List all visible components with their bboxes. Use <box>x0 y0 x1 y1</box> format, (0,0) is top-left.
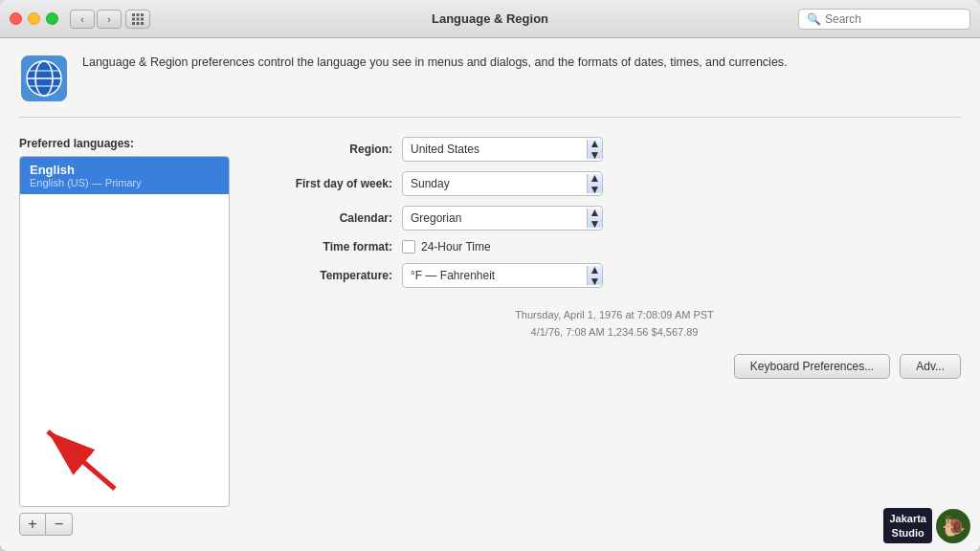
calendar-select[interactable]: Gregorian ▲ ▼ <box>402 206 603 231</box>
svg-rect-3 <box>132 17 135 20</box>
forward-button[interactable]: › <box>97 10 122 29</box>
region-value: United States <box>411 143 583 156</box>
svg-rect-6 <box>132 22 135 25</box>
svg-rect-4 <box>137 17 140 20</box>
bottom-buttons: Keyboard Preferences... Adv... <box>268 354 961 379</box>
temperature-select[interactable]: °F — Fahrenheit ▲ ▼ <box>402 263 603 288</box>
first-day-value: Sunday <box>411 177 583 190</box>
titlebar: ‹ › Language & Region 🔍 <box>0 0 980 38</box>
search-box[interactable]: 🔍 <box>798 9 970 30</box>
back-button[interactable]: ‹ <box>70 10 95 29</box>
globe-icon <box>19 54 69 103</box>
header-section: Language & Region preferences control th… <box>19 54 961 118</box>
language-item-english[interactable]: English English (US) — Primary <box>20 157 229 194</box>
language-list-empty <box>20 194 229 386</box>
advanced-button[interactable]: Adv... <box>900 354 961 379</box>
header-description: Language & Region preferences control th… <box>82 54 788 72</box>
calendar-value: Gregorian <box>411 211 583 225</box>
preview-line1: Thursday, April 1, 1976 at 7:08:09 AM PS… <box>268 307 961 324</box>
language-subtitle: English (US) — Primary <box>30 177 219 188</box>
temperature-row: Temperature: °F — Fahrenheit ▲ ▼ <box>268 263 961 288</box>
right-panel: Region: United States ▲ ▼ First day of w… <box>230 137 961 536</box>
svg-rect-2 <box>141 13 144 16</box>
region-select-arrows: ▲ ▼ <box>587 140 602 159</box>
temperature-label: Temperature: <box>268 269 392 282</box>
temperature-value: °F — Fahrenheit <box>411 269 583 282</box>
first-day-select-arrows: ▲ ▼ <box>587 174 602 193</box>
svg-rect-1 <box>137 13 140 16</box>
time-format-label: Time format: <box>268 240 392 253</box>
main-pane: Preferred languages: English English (US… <box>19 137 961 536</box>
grid-button[interactable] <box>125 10 150 29</box>
region-row: Region: United States ▲ ▼ <box>268 137 961 162</box>
traffic-lights <box>10 12 58 25</box>
region-label: Region: <box>268 143 392 156</box>
window-title: Language & Region <box>432 11 548 26</box>
nav-buttons: ‹ › <box>70 10 122 29</box>
close-button[interactable] <box>10 12 22 25</box>
svg-rect-8 <box>141 22 144 25</box>
calendar-select-arrows: ▲ ▼ <box>587 209 602 228</box>
svg-rect-0 <box>132 13 135 16</box>
time-format-text: 24-Hour Time <box>421 240 491 253</box>
content-area: Language & Region preferences control th… <box>0 38 980 551</box>
svg-line-17 <box>48 431 115 489</box>
preferred-languages-label: Preferred languages: <box>19 137 230 150</box>
maximize-button[interactable] <box>46 12 58 25</box>
svg-rect-7 <box>137 22 140 25</box>
preview-section: Thursday, April 1, 1976 at 7:08:09 AM PS… <box>268 307 961 341</box>
minimize-button[interactable] <box>28 12 40 25</box>
time-format-row: Time format: 24-Hour Time <box>268 240 961 253</box>
svg-rect-5 <box>141 17 144 20</box>
temperature-select-arrows: ▲ ▼ <box>587 266 602 285</box>
language-name: English <box>30 163 219 177</box>
keyboard-preferences-button[interactable]: Keyboard Preferences... <box>734 354 890 379</box>
calendar-label: Calendar: <box>268 211 392 225</box>
language-controls: + − <box>19 513 230 536</box>
red-arrow-annotation <box>29 422 124 498</box>
first-day-label: First day of week: <box>268 177 392 190</box>
watermark: Jakarta Studio 🐌 <box>883 508 970 543</box>
preview-line2: 4/1/76, 7:08 AM 1,234.56 $4,567.89 <box>268 324 961 342</box>
watermark-text: Jakarta Studio <box>883 508 932 543</box>
remove-language-button[interactable]: − <box>46 513 73 536</box>
add-language-button[interactable]: + <box>19 513 46 536</box>
search-input[interactable] <box>825 12 962 26</box>
snail-icon: 🐌 <box>936 509 970 543</box>
first-day-row: First day of week: Sunday ▲ ▼ <box>268 171 961 196</box>
search-icon: 🔍 <box>807 12 821 26</box>
time-format-checkbox[interactable] <box>402 240 415 253</box>
region-select[interactable]: United States ▲ ▼ <box>402 137 603 162</box>
first-day-select[interactable]: Sunday ▲ ▼ <box>402 171 603 196</box>
calendar-row: Calendar: Gregorian ▲ ▼ <box>268 206 961 231</box>
